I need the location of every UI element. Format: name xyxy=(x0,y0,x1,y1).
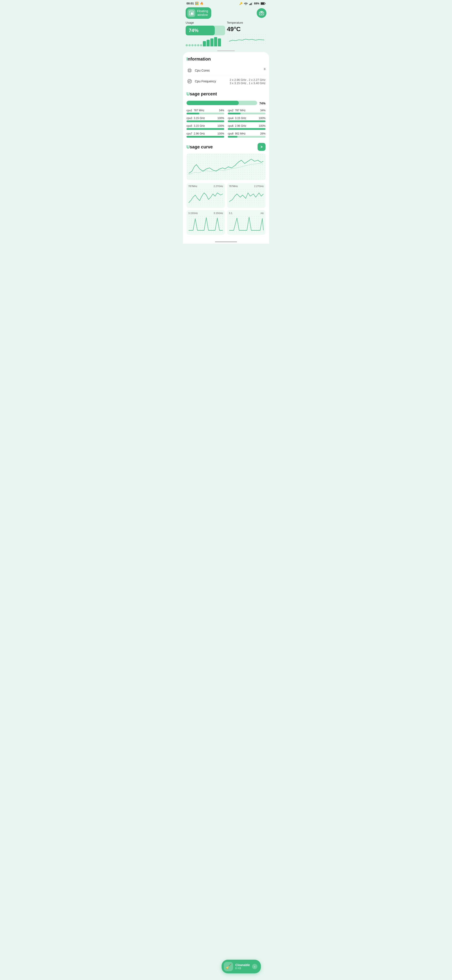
sub-chart-4-min: 3.1. xyxy=(229,212,233,215)
temp-chart xyxy=(227,33,266,45)
svg-rect-9 xyxy=(191,13,193,14)
cpu8-item: cpu8 902 MHz 26% xyxy=(228,132,265,138)
cpu6-label: cpu6 2.96 GHz xyxy=(228,124,246,127)
cpu1-pct: 34% xyxy=(219,109,224,112)
sub-chart-2-min: 787MHz xyxy=(229,185,238,188)
sub-chart-1: 787MHz 2.27GHz xyxy=(187,183,225,208)
photo-icon: 🖼️ xyxy=(195,2,199,5)
battery: 88% xyxy=(254,2,259,5)
usage-section: Usage 74% xyxy=(186,21,225,46)
main-content: Information xyxy=(183,52,269,239)
usage-curve-expand-button[interactable] xyxy=(258,143,265,151)
sub-chart-2: 787MHz 2.27GHz xyxy=(227,183,265,208)
svg-rect-13 xyxy=(188,69,191,72)
signal-icon xyxy=(249,2,253,5)
cpu3-pct: 100% xyxy=(217,117,224,120)
cpu4-pct: 100% xyxy=(259,117,265,120)
wifi-icon xyxy=(244,2,248,5)
overall-bar-bg xyxy=(187,101,257,105)
temperature-section: Temperature 49°C xyxy=(227,21,266,46)
usage-bar-fill: 74% xyxy=(186,25,215,35)
cpu3-label: cpu3 3.15 GHz xyxy=(187,117,205,120)
cpu5-label: cpu5 3.15 GHz xyxy=(187,124,205,127)
svg-point-0 xyxy=(246,5,246,5)
cpu-freq-value: 2 x 2.96 GHz , 2 x 2.27 GHz 3 x 3.15 GHz… xyxy=(230,78,265,85)
scroll-pill xyxy=(217,50,235,51)
usage-curve-title: Usage curve xyxy=(187,145,213,150)
cpu-cores-value: 8 xyxy=(264,67,265,71)
svg-rect-7 xyxy=(261,3,264,5)
home-indicator xyxy=(183,239,269,243)
info-row-frequency: Cpu Frequency 2 x 2.96 GHz , 2 x 2.27 GH… xyxy=(187,76,265,87)
sub-chart-4: 3.1. .Hz xyxy=(227,210,265,235)
sub-chart-3-min: 3.15GHz xyxy=(188,212,198,215)
cpu5-item: cpu5 3.15 GHz 100% xyxy=(187,124,224,130)
floating-window-button[interactable]: Floating window xyxy=(186,7,211,19)
usage-value: 74% xyxy=(189,28,198,33)
sub-charts-grid: 787MHz 2.27GHz 787MHz 2.27GHz xyxy=(187,183,265,235)
cpu4-label: cpu4 3.15 GHz xyxy=(228,117,246,120)
sub-chart-3-area xyxy=(188,215,223,233)
information-title: Information xyxy=(187,57,265,62)
cpu6-pct: 100% xyxy=(259,124,265,127)
fire-icon: 🔥 xyxy=(200,2,203,5)
cpu4-item: cpu4 3.15 GHz 100% xyxy=(228,117,265,122)
cpu1-label: cpu1 787 MHz xyxy=(187,109,205,112)
temperature-label: Temperature xyxy=(227,21,266,24)
cpu1-item: cpu1 787 MHz 34% xyxy=(187,109,224,115)
sub-chart-1-min: 787MHz xyxy=(188,185,197,188)
cpu-freq-icon xyxy=(187,78,193,84)
usage-label: Usage xyxy=(186,21,225,24)
cpu-freq-label: Cpu Frequency xyxy=(195,80,216,83)
cpu-grid: cpu1 787 MHz 34% cpu2 787 MHz 34% cpu3 3… xyxy=(187,109,265,138)
sub-chart-1-area xyxy=(188,188,223,206)
battery-icon xyxy=(261,2,265,5)
svg-rect-4 xyxy=(252,2,252,5)
scroll-indicator xyxy=(183,49,269,52)
cpu7-label: cpu7 2.96 GHz xyxy=(187,132,205,135)
key-icon: 🔑 xyxy=(239,2,243,5)
cpu2-label: cpu2 787 MHz xyxy=(228,109,246,112)
svg-rect-14 xyxy=(189,70,190,71)
cpu8-label: cpu8 902 MHz xyxy=(228,132,246,135)
cpu3-item: cpu3 3.15 GHz 100% xyxy=(187,117,224,122)
usage-bar-container: 74% xyxy=(186,25,225,35)
usage-percent-title: Usage percent xyxy=(187,91,265,97)
overall-bar-fill xyxy=(187,101,239,105)
status-right: 🔑 88% xyxy=(239,2,265,5)
signal-chart xyxy=(186,37,225,46)
status-left: 00:01 🖼️ 🔥 xyxy=(187,2,203,5)
floating-window-label: Floating window xyxy=(197,9,208,17)
sub-chart-2-area xyxy=(229,188,264,206)
sub-chart-1-max: 2.27GHz xyxy=(214,185,223,188)
header: Floating window xyxy=(183,6,269,21)
overall-usage-row: 74% xyxy=(187,100,265,106)
cpu7-pct: 100% xyxy=(217,132,224,135)
svg-rect-6 xyxy=(265,3,265,4)
camera-button[interactable] xyxy=(257,8,266,18)
main-curve-chart xyxy=(187,153,265,180)
cpu-cores-icon xyxy=(187,67,193,73)
cpu-cores-label: Cpu Cores xyxy=(195,69,210,72)
sub-chart-4-max: .Hz xyxy=(260,212,264,215)
cpu5-pct: 100% xyxy=(217,124,224,127)
svg-rect-3 xyxy=(251,3,252,5)
sub-chart-3-max: 3.15GHz xyxy=(214,212,223,215)
svg-rect-2 xyxy=(250,3,251,5)
overall-pct: 74% xyxy=(259,100,265,106)
temperature-value: 49°C xyxy=(227,25,266,33)
cpu2-pct: 34% xyxy=(260,109,265,112)
info-row-cores: Cpu Cores 8 xyxy=(187,65,265,76)
cpu7-item: cpu7 2.96 GHz 100% xyxy=(187,132,224,138)
cpu6-item: cpu6 2.96 GHz 100% xyxy=(228,124,265,130)
svg-point-10 xyxy=(261,13,262,14)
floating-window-icon xyxy=(187,9,195,17)
top-stats: Usage 74% Temperature 49°C xyxy=(183,21,269,49)
cpu2-item: cpu2 787 MHz 34% xyxy=(228,109,265,115)
sub-chart-2-max: 2.27GHz xyxy=(254,185,264,188)
svg-rect-1 xyxy=(249,4,250,5)
cpu8-pct: 26% xyxy=(260,132,265,135)
home-pill xyxy=(215,242,237,242)
sub-chart-3: 3.15GHz 3.15GHz xyxy=(187,210,225,235)
info-rows: Cpu Cores 8 xyxy=(187,65,265,87)
